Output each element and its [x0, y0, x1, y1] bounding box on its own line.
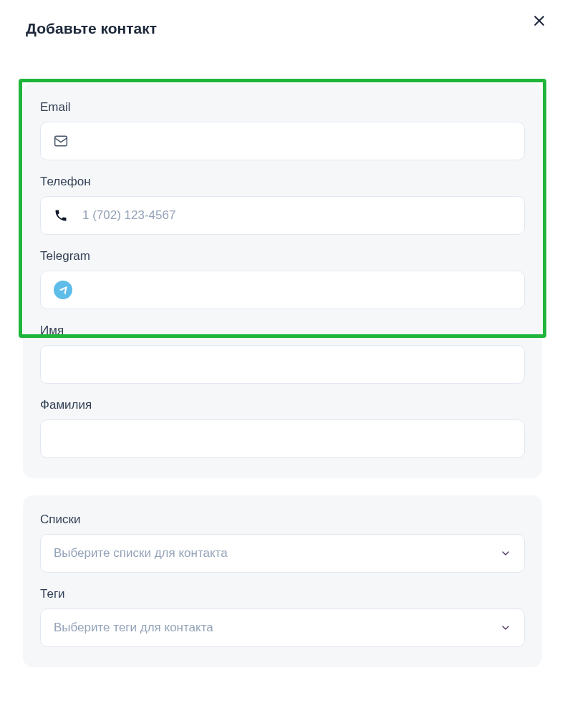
svg-rect-2	[55, 136, 67, 145]
telegram-input-wrap[interactable]	[40, 271, 525, 309]
close-icon	[532, 14, 546, 30]
lists-select[interactable]: Выберите списки для контакта	[40, 534, 525, 573]
email-input-wrap[interactable]	[40, 122, 525, 160]
modal-title: Добавьте контакт	[26, 20, 157, 37]
envelope-icon	[54, 134, 68, 148]
chevron-down-icon	[500, 622, 511, 634]
name-input[interactable]	[40, 345, 525, 384]
lists-placeholder: Выберите списки для контакта	[54, 546, 228, 560]
surname-label: Фамилия	[40, 398, 525, 412]
phone-input[interactable]	[82, 208, 511, 223]
telegram-label: Telegram	[40, 249, 525, 263]
tags-select[interactable]: Выберите теги для контакта	[40, 608, 525, 647]
telegram-input[interactable]	[87, 283, 511, 297]
contact-info-panel: Email Телефон	[23, 83, 542, 478]
email-label: Email	[40, 100, 525, 115]
telegram-icon	[54, 281, 72, 299]
classification-panel: Списки Выберите списки для контакта Теги…	[23, 495, 542, 667]
tags-label: Теги	[40, 587, 525, 601]
name-label: Имя	[40, 324, 525, 338]
phone-icon	[54, 208, 68, 223]
tags-placeholder: Выберите теги для контакта	[54, 621, 213, 635]
chevron-down-icon	[500, 548, 511, 559]
lists-label: Списки	[40, 513, 525, 527]
phone-input-wrap[interactable]	[40, 196, 525, 235]
email-input[interactable]	[82, 134, 511, 148]
surname-input[interactable]	[40, 419, 525, 458]
close-button[interactable]	[531, 13, 548, 30]
phone-label: Телефон	[40, 175, 525, 189]
